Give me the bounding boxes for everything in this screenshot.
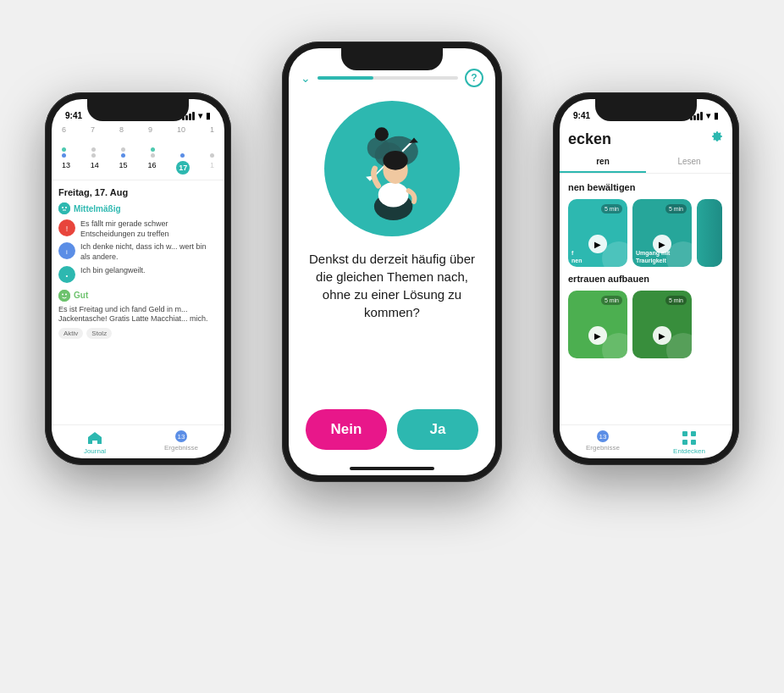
bottom-nav-right[interactable]: 13 Ergebnisse Entdecken — [560, 424, 732, 458]
tab-uben[interactable]: ren — [560, 152, 646, 173]
svg-rect-27 — [682, 440, 687, 445]
nav-journal-label: Journal — [84, 447, 106, 455]
svg-point-16 — [375, 127, 389, 141]
mood-icon-good — [58, 290, 70, 302]
journal-free-text: Es ist Freitag und ich fand Geld in m...… — [58, 305, 218, 324]
svg-point-11 — [62, 293, 63, 295]
svg-point-22 — [378, 182, 409, 207]
card-title-1: fnen — [568, 247, 627, 267]
grid-icon — [682, 430, 697, 446]
card-4[interactable]: 5 min ▶ — [632, 291, 692, 358]
tag-row: Aktiv Stolz — [58, 328, 218, 339]
card-badge-4: 5 min — [665, 296, 687, 305]
wifi-icon-right: ▾ — [706, 111, 710, 120]
svg-rect-28 — [691, 440, 696, 445]
svg-rect-25 — [682, 431, 687, 436]
mood-mittelmassig: Mittelmäßig — [58, 202, 218, 214]
svg-point-0 — [58, 202, 70, 214]
illustration-circle — [324, 101, 460, 236]
notch-right — [595, 99, 697, 121]
card-play-3[interactable]: ▶ — [588, 326, 607, 345]
svg-text:!: ! — [66, 225, 69, 233]
quiz-question: Denkst du derzeit häufig über die gleich… — [289, 241, 495, 335]
mood-gut: Gut — [58, 290, 218, 302]
phone-left: 9:41 ▾ ▮ 6789101 — [45, 92, 231, 465]
journal-screen: 9:41 ▾ ▮ 6789101 — [52, 99, 224, 458]
phone-right: 9:41 ▾ ▮ ecken — [553, 92, 739, 465]
ergebnisse-badge-right: 13 — [597, 430, 609, 442]
journal-entry-1: ! Es fällt mir gerade schwer Entscheidun… — [58, 219, 218, 239]
quiz-header-left: ⌄ — [301, 71, 311, 85]
card-play-4[interactable]: ▶ — [653, 326, 671, 345]
entry-text-1: Es fällt mir gerade schwer Entscheidunge… — [80, 219, 218, 239]
nav-ergebnisse-right[interactable]: 13 Ergebnisse — [560, 430, 646, 455]
quiz-illustration — [289, 92, 495, 241]
svg-point-12 — [65, 293, 67, 295]
card-title-2: Umgang mit Traurigkeit — [632, 247, 692, 267]
svg-point-24 — [383, 151, 407, 170]
card-badge-1: 5 min — [601, 204, 622, 213]
mood-label-med: Mittelmäßig — [74, 204, 121, 213]
notch-center — [341, 48, 443, 70]
section-title-2: ertrauen aufbauen — [560, 270, 732, 287]
card-2[interactable]: 5 min ▶ Umgang mit Traurigkeit — [632, 199, 692, 267]
nein-button[interactable]: Nein — [306, 409, 387, 450]
entdecken-title: ecken — [568, 130, 611, 148]
time-left: 9:41 — [65, 111, 82, 120]
phone-left-screen: 9:41 ▾ ▮ 6789101 — [52, 99, 224, 458]
entry-text-2: Ich denke nicht, dass ich w... wert bin … — [80, 242, 218, 262]
entry-icon-3: • — [58, 266, 75, 283]
phone-right-screen: 9:41 ▾ ▮ ecken — [560, 99, 732, 458]
entry-icon-2: i — [58, 242, 75, 259]
home-icon — [87, 430, 102, 446]
section-title-1: nen bewältigen — [560, 179, 732, 196]
nav-journal[interactable]: Journal — [52, 430, 138, 455]
ja-button[interactable]: Ja — [397, 409, 478, 450]
nav-entdecken[interactable]: Entdecken — [646, 430, 732, 455]
svg-point-1 — [62, 207, 63, 208]
help-button[interactable]: ? — [465, 69, 483, 87]
nav-entdecken-label: Entdecken — [673, 447, 705, 455]
nav-ergebnisse-right-label: Ergebnisse — [586, 444, 620, 452]
journal-entry-2: i Ich denke nicht, dass ich w... wert bi… — [58, 242, 218, 262]
mood-icon-med — [58, 202, 70, 214]
phones-container: 9:41 ▾ ▮ 6789101 — [28, 16, 756, 677]
calendar-strip: 6789101 13141516 17 1 — [52, 124, 224, 180]
gear-icon[interactable] — [710, 131, 724, 148]
entry-icon-1: ! — [58, 219, 75, 236]
tab-lesen[interactable]: Lesen — [646, 152, 732, 173]
card-3[interactable]: 5 min ▶ — [568, 291, 627, 358]
chevron-down-icon[interactable]: ⌄ — [301, 71, 311, 85]
tag-aktiv: Aktiv — [58, 328, 83, 339]
entdecken-header: ecken — [560, 124, 732, 152]
svg-rect-26 — [691, 431, 696, 436]
journal-date: Freitag, 17. Aug — [58, 187, 218, 197]
entdecken-screen: 9:41 ▾ ▮ ecken — [560, 99, 732, 458]
svg-text:•: • — [66, 272, 69, 280]
entry-text-3: Ich bin gelangweilt. — [80, 266, 146, 276]
notch-left — [87, 99, 189, 121]
mood-label-good: Gut — [74, 291, 88, 300]
card-partial — [697, 199, 722, 267]
phone-center: ⌄ ? — [282, 42, 502, 482]
quiz-buttons: Nein Ja — [289, 409, 495, 463]
entdecken-tabs[interactable]: ren Lesen — [560, 152, 732, 174]
journal-entries: ! Es fällt mir gerade schwer Entscheidun… — [58, 219, 218, 283]
cal-mood-dots — [58, 136, 218, 159]
journal-entry-3: • Ich bin gelangweilt. — [58, 266, 218, 283]
nav-ergebnisse-left-label: Ergebnisse — [164, 444, 198, 452]
progress-bar — [317, 76, 458, 80]
card-1[interactable]: 5 min ▶ fnen — [568, 199, 627, 267]
svg-point-2 — [65, 207, 67, 208]
card-badge-3: 5 min — [601, 296, 622, 305]
bottom-nav-left[interactable]: Journal 13 Ergebnisse — [52, 424, 224, 458]
wifi-icon: ▾ — [198, 111, 202, 120]
svg-text:i: i — [66, 248, 68, 256]
battery-icon: ▮ — [206, 111, 211, 120]
progress-fill — [317, 76, 373, 80]
cal-dates[interactable]: 13141516 17 1 — [58, 159, 218, 176]
cal-active-date[interactable]: 17 — [176, 161, 190, 175]
battery-icon-right: ▮ — [714, 111, 719, 120]
cards-row-1: 5 min ▶ fnen 5 min ▶ Umgang mit Traurigk… — [560, 196, 732, 270]
nav-ergebnisse-left[interactable]: 13 Ergebnisse — [138, 430, 224, 455]
